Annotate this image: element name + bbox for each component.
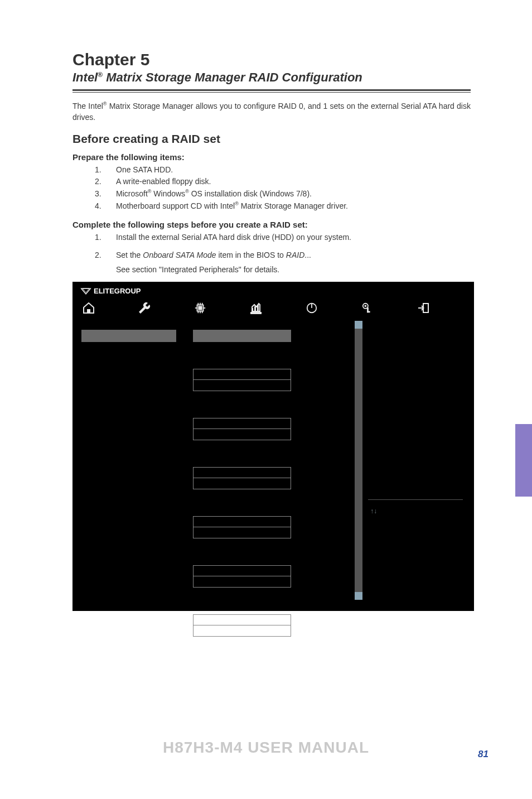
power-icon[interactable] — [304, 301, 319, 315]
bios-value-box[interactable] — [193, 369, 291, 380]
bios-screenshot: ELITEGROUP — [72, 282, 474, 611]
scroll-up-icon[interactable] — [355, 321, 362, 329]
bios-label-box — [81, 521, 176, 533]
subtitle-rest: Matrix Storage Manager RAID Configuratio… — [103, 70, 362, 84]
complete-list: 1. Install the external Serial ATA hard … — [72, 232, 471, 261]
bios-left-panel — [76, 315, 349, 608]
chapter-title: Chapter 5 — [72, 50, 471, 69]
bios-row — [81, 369, 344, 391]
bios-label-box — [81, 570, 176, 583]
bios-label-box — [81, 619, 176, 632]
bios-tab-icons — [80, 297, 466, 315]
svg-rect-22 — [423, 304, 428, 312]
key-icon[interactable] — [360, 301, 375, 315]
bios-value-box[interactable] — [193, 614, 291, 625]
list-item: 3. Microsoft® Windows® OS installation d… — [95, 188, 471, 200]
footer-brand: H87H3-M4 USER MANUAL — [0, 739, 532, 757]
chip-icon[interactable] — [193, 301, 207, 315]
bios-value-box[interactable] — [193, 565, 291, 576]
bios-value-box[interactable] — [193, 467, 291, 478]
exit-icon[interactable] — [416, 301, 431, 315]
registered-mark: ® — [98, 71, 103, 79]
list-item: 1. Install the external Serial ATA hard … — [95, 232, 471, 244]
home-icon[interactable] — [81, 301, 96, 315]
bios-logo-text: ELITEGROUP — [94, 287, 141, 295]
svg-point-19 — [365, 305, 367, 307]
svg-rect-15 — [257, 305, 259, 312]
page-number: 81 — [478, 749, 489, 760]
section-heading: Before creating a RAID set — [72, 132, 471, 146]
divider — [72, 89, 471, 93]
bios-value-box[interactable] — [193, 418, 291, 429]
ecs-mark-icon — [80, 287, 91, 295]
bios-value-box[interactable] — [193, 576, 291, 588]
list-item: 1. One SATA HDD. — [95, 164, 471, 176]
bios-row — [81, 516, 344, 538]
arrow-hint: ↑↓ — [370, 507, 377, 515]
side-tab — [515, 424, 532, 497]
bios-label-box — [81, 472, 176, 484]
list-item: 2. Set the Onboard SATA Mode item in the… — [95, 249, 471, 262]
bios-label-box — [81, 423, 176, 435]
bios-value-box[interactable] — [193, 527, 291, 538]
scroll-down-icon[interactable] — [355, 592, 362, 600]
svg-rect-2 — [87, 309, 90, 313]
prepare-list: 1. One SATA HDD. 2. A write-enabled flop… — [72, 164, 471, 213]
bios-row — [81, 330, 344, 342]
scrollbar[interactable] — [355, 321, 362, 600]
prepare-heading: Prepare the following items: — [72, 152, 471, 162]
svg-marker-0 — [81, 288, 91, 294]
bios-value-box[interactable] — [193, 625, 291, 637]
subtitle-prefix: Intel — [72, 70, 98, 84]
list-item: 2. A write-enabled floppy disk. — [95, 176, 471, 188]
bios-value-box[interactable] — [193, 478, 291, 489]
bios-value-box[interactable] — [193, 380, 291, 391]
list-item: 4. Motherboard support CD with Intel® Ma… — [95, 200, 471, 213]
svg-rect-21 — [367, 311, 370, 312]
wrench-icon[interactable] — [137, 301, 152, 315]
bios-row — [81, 418, 344, 440]
bios-body: ↑↓ — [72, 315, 474, 611]
bios-label-box — [81, 374, 176, 386]
svg-rect-14 — [254, 306, 256, 312]
bios-logo: ELITEGROUP — [80, 286, 141, 296]
chart-icon[interactable] — [249, 301, 263, 315]
bios-right-panel: ↑↓ — [352, 315, 471, 608]
bios-value-box[interactable] — [193, 516, 291, 527]
bios-row — [81, 614, 344, 637]
bios-label-box — [81, 330, 176, 342]
help-divider — [368, 499, 463, 500]
complete-heading: Complete the following steps before you … — [72, 220, 471, 229]
svg-rect-4 — [199, 306, 202, 310]
bios-value-box[interactable] — [193, 330, 291, 342]
subtitle: Intel® Matrix Storage Manager RAID Confi… — [72, 70, 471, 85]
bios-row — [81, 565, 344, 588]
bios-row — [81, 467, 344, 489]
complete-note: See section "Integrated Peripherals" for… — [72, 265, 471, 274]
svg-marker-1 — [83, 288, 89, 293]
bios-value-box[interactable] — [193, 429, 291, 440]
svg-rect-13 — [252, 308, 253, 312]
intro-paragraph: The Intel® Matrix Storage Manager allows… — [72, 100, 471, 123]
